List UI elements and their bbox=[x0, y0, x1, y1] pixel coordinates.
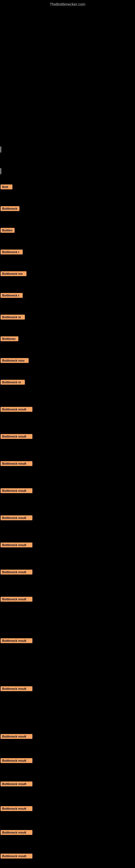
site-title: TheBottlenecker.com bbox=[50, 2, 85, 6]
bottleneck-badge-3[interactable]: Bottlen bbox=[1, 228, 14, 233]
bottleneck-badge-20[interactable]: Bottleneck result bbox=[1, 686, 32, 691]
bottleneck-badge-26[interactable]: Bottleneck result bbox=[1, 854, 32, 859]
bottleneck-badge-11[interactable]: Bottleneck result bbox=[1, 407, 32, 412]
bottleneck-badge-6[interactable]: Bottleneck r bbox=[1, 293, 23, 298]
bottleneck-badge-15[interactable]: Bottleneck result bbox=[1, 516, 32, 520]
bottleneck-badge-16[interactable]: Bottleneck result bbox=[1, 542, 32, 547]
bottleneck-badge-14[interactable]: Bottleneck result bbox=[1, 488, 32, 493]
bottleneck-badge-22[interactable]: Bottleneck result bbox=[1, 758, 32, 763]
bottleneck-badge-25[interactable]: Bottleneck result bbox=[1, 830, 32, 835]
bottleneck-badge-18[interactable]: Bottleneck result bbox=[1, 597, 32, 601]
cursor-line-1 bbox=[1, 147, 1, 152]
bottleneck-badge-21[interactable]: Bottleneck result bbox=[1, 734, 32, 739]
bottleneck-badge-8[interactable]: Bottlenec bbox=[1, 336, 18, 341]
bottleneck-badge-23[interactable]: Bottleneck result bbox=[1, 781, 32, 786]
bottleneck-badge-10[interactable]: Bottleneck re bbox=[1, 380, 25, 384]
bottleneck-badge-1[interactable]: Bott bbox=[1, 184, 12, 189]
bottleneck-badge-9[interactable]: Bottleneck resu bbox=[1, 358, 29, 363]
cursor-line-2 bbox=[1, 168, 1, 174]
bottleneck-badge-24[interactable]: Bottleneck result bbox=[1, 806, 32, 811]
bottleneck-badge-12[interactable]: Bottleneck result bbox=[1, 434, 32, 439]
bottleneck-badge-4[interactable]: Bottleneck r bbox=[1, 250, 23, 254]
bottleneck-badge-7[interactable]: Bottleneck re bbox=[1, 315, 25, 319]
bottleneck-badge-2[interactable]: Bottleneck bbox=[1, 206, 19, 211]
bottleneck-badge-19[interactable]: Bottleneck result bbox=[1, 638, 32, 643]
bottleneck-badge-17[interactable]: Bottleneck result bbox=[1, 569, 32, 575]
bottleneck-badge-13[interactable]: Bottleneck result bbox=[1, 461, 32, 466]
bottleneck-badge-5[interactable]: Bottleneck res bbox=[1, 271, 27, 276]
